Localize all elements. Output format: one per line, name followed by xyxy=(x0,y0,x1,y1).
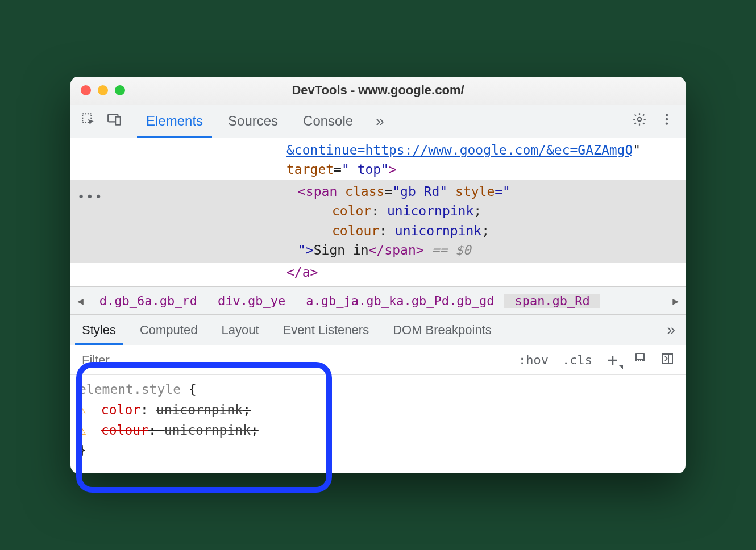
styles-toolbar: :hov .cls xyxy=(70,345,686,375)
window-controls xyxy=(81,85,125,95)
computed-pane-toggle-icon[interactable] xyxy=(661,352,674,368)
titlebar: DevTools - www.google.com/ xyxy=(70,77,686,105)
styles-rules[interactable]: element.style { ⚠ color: unicornpink; ⚠ … xyxy=(70,375,686,473)
expand-dots-icon[interactable]: ••• xyxy=(77,188,103,206)
svg-point-3 xyxy=(638,118,642,122)
device-toggle-icon[interactable] xyxy=(107,112,122,130)
window-title: DevTools - www.google.com/ xyxy=(70,83,686,98)
more-subtabs-icon[interactable]: » xyxy=(667,321,675,339)
svg-rect-2 xyxy=(115,117,121,125)
breadcrumb-scroll-right[interactable]: ▶ xyxy=(667,295,684,307)
toggle-hov-button[interactable]: :hov xyxy=(518,353,549,367)
tab-sources[interactable]: Sources xyxy=(226,105,280,138)
warning-icon: ⚠ xyxy=(78,401,91,420)
svg-rect-7 xyxy=(636,353,644,359)
toggle-cls-button[interactable]: .cls xyxy=(562,353,592,367)
settings-icon[interactable] xyxy=(632,112,647,130)
subtab-styles[interactable]: Styles xyxy=(78,315,119,345)
close-window-button[interactable] xyxy=(81,85,91,95)
svg-point-5 xyxy=(666,118,668,120)
warning-icon: ⚠ xyxy=(78,421,91,440)
subtab-layout[interactable]: Layout xyxy=(218,315,262,345)
subtab-dom-breakpoints[interactable]: DOM Breakpoints xyxy=(389,315,495,345)
breadcrumb-item[interactable]: div.gb_ye xyxy=(207,294,296,308)
minimize-window-button[interactable] xyxy=(98,85,108,95)
dom-breadcrumb: ◀ d.gb_6a.gb_rd div.gb_ye a.gb_ja.gb_ka.… xyxy=(70,286,686,315)
dom-url-fragment[interactable]: &continue=https://www.google.com/&ec=GAZ… xyxy=(286,143,633,157)
dom-selected-node[interactable]: ••• <span class="gb_Rd" style=" color: u… xyxy=(70,180,686,262)
paint-flash-icon[interactable] xyxy=(633,352,647,368)
breadcrumb-item[interactable]: d.gb_6a.gb_rd xyxy=(89,294,207,308)
breadcrumb-item-active[interactable]: span.gb_Rd xyxy=(504,294,600,308)
inspect-element-icon[interactable] xyxy=(81,112,95,130)
devtools-window: DevTools - www.google.com/ Elements Sour… xyxy=(70,77,686,473)
svg-point-6 xyxy=(666,123,668,125)
tab-console[interactable]: Console xyxy=(301,105,355,138)
breadcrumb-item[interactable]: a.gb_ja.gb_ka.gb_Pd.gb_gd xyxy=(296,294,504,308)
styles-filter-input[interactable] xyxy=(70,353,507,368)
main-toolbar: Elements Sources Console » xyxy=(70,105,686,138)
dom-tree[interactable]: &continue=https://www.google.com/&ec=GAZ… xyxy=(70,138,686,287)
subtab-computed[interactable]: Computed xyxy=(136,315,201,345)
more-menu-icon[interactable] xyxy=(659,112,674,130)
styles-subtabs: Styles Computed Layout Event Listeners D… xyxy=(70,315,686,345)
panel-tabs: Elements Sources Console » xyxy=(132,105,621,138)
svg-point-4 xyxy=(666,114,668,116)
more-tabs-icon[interactable]: » xyxy=(376,113,384,130)
new-style-rule-button[interactable] xyxy=(606,353,620,367)
tab-elements[interactable]: Elements xyxy=(144,105,205,138)
breadcrumb-scroll-left[interactable]: ◀ xyxy=(72,295,89,307)
maximize-window-button[interactable] xyxy=(115,85,125,95)
subtab-event-listeners[interactable]: Event Listeners xyxy=(280,315,373,345)
